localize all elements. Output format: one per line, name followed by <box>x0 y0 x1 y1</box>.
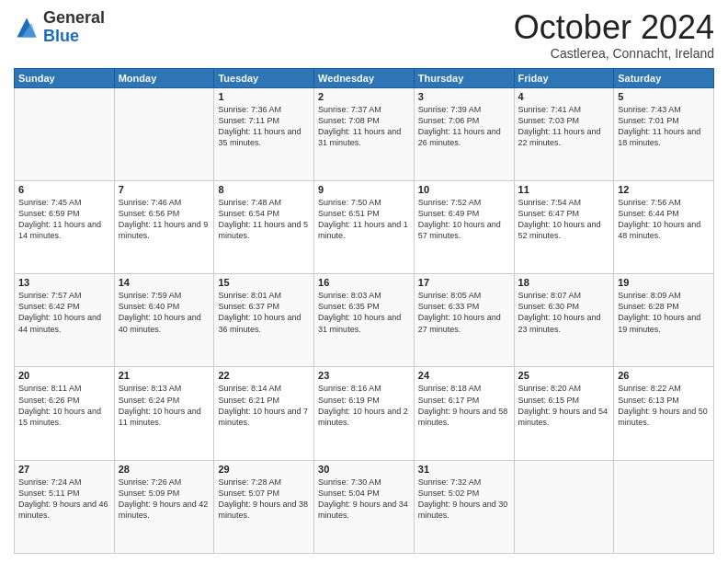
calendar-cell: 14Sunrise: 7:59 AMSunset: 6:40 PMDayligh… <box>114 274 214 367</box>
day-number: 21 <box>119 370 210 381</box>
day-info: Sunrise: 7:45 AMSunset: 6:59 PMDaylight:… <box>18 197 110 242</box>
day-number: 20 <box>18 370 110 381</box>
day-number: 22 <box>218 370 310 381</box>
day-number: 6 <box>18 184 110 195</box>
day-info: Sunrise: 8:05 AMSunset: 6:33 PMDaylight:… <box>418 290 510 335</box>
calendar-cell: 28Sunrise: 7:26 AMSunset: 5:09 PMDayligh… <box>114 460 214 553</box>
calendar-cell: 31Sunrise: 7:32 AMSunset: 5:02 PMDayligh… <box>414 460 514 553</box>
day-info: Sunrise: 7:37 AMSunset: 7:08 PMDaylight:… <box>318 104 410 149</box>
day-number: 29 <box>218 464 310 475</box>
calendar-cell: 6Sunrise: 7:45 AMSunset: 6:59 PMDaylight… <box>15 180 115 273</box>
calendar-cell: 13Sunrise: 7:57 AMSunset: 6:42 PMDayligh… <box>15 274 115 367</box>
day-info: Sunrise: 8:16 AMSunset: 6:19 PMDaylight:… <box>318 383 410 428</box>
day-info: Sunrise: 7:54 AMSunset: 6:47 PMDaylight:… <box>518 197 610 242</box>
day-info: Sunrise: 8:22 AMSunset: 6:13 PMDaylight:… <box>618 383 710 428</box>
week-row-2: 6Sunrise: 7:45 AMSunset: 6:59 PMDaylight… <box>15 180 714 273</box>
calendar-cell <box>15 87 115 180</box>
page: General Blue October 2024 Castlerea, Con… <box>0 0 728 563</box>
day-info: Sunrise: 7:36 AMSunset: 7:11 PMDaylight:… <box>218 104 310 149</box>
day-info: Sunrise: 8:13 AMSunset: 6:24 PMDaylight:… <box>119 383 210 428</box>
day-number: 11 <box>518 184 610 195</box>
day-number: 3 <box>418 91 510 102</box>
day-number: 1 <box>218 91 310 102</box>
day-info: Sunrise: 7:52 AMSunset: 6:49 PMDaylight:… <box>418 197 510 242</box>
day-number: 4 <box>518 91 610 102</box>
day-number: 8 <box>218 184 310 195</box>
day-info: Sunrise: 7:39 AMSunset: 7:06 PMDaylight:… <box>418 104 510 149</box>
weekday-header-friday: Friday <box>514 68 614 87</box>
logo-general: General <box>43 8 105 27</box>
day-number: 28 <box>119 464 210 475</box>
title-block: October 2024 Castlerea, Connacht, Irelan… <box>514 9 714 61</box>
subtitle: Castlerea, Connacht, Ireland <box>514 46 714 61</box>
day-number: 16 <box>318 277 410 288</box>
calendar-cell: 10Sunrise: 7:52 AMSunset: 6:49 PMDayligh… <box>414 180 514 273</box>
calendar-cell: 3Sunrise: 7:39 AMSunset: 7:06 PMDaylight… <box>414 87 514 180</box>
calendar-cell: 4Sunrise: 7:41 AMSunset: 7:03 PMDaylight… <box>514 87 614 180</box>
day-number: 13 <box>18 277 110 288</box>
day-info: Sunrise: 8:09 AMSunset: 6:28 PMDaylight:… <box>618 290 710 335</box>
day-number: 31 <box>418 464 510 475</box>
calendar-cell: 21Sunrise: 8:13 AMSunset: 6:24 PMDayligh… <box>114 367 214 460</box>
day-info: Sunrise: 8:07 AMSunset: 6:30 PMDaylight:… <box>518 290 610 335</box>
calendar-cell: 27Sunrise: 7:24 AMSunset: 5:11 PMDayligh… <box>15 460 115 553</box>
day-number: 23 <box>318 370 410 381</box>
calendar-cell: 25Sunrise: 8:20 AMSunset: 6:15 PMDayligh… <box>514 367 614 460</box>
calendar-cell: 19Sunrise: 8:09 AMSunset: 6:28 PMDayligh… <box>614 274 714 367</box>
day-info: Sunrise: 7:48 AMSunset: 6:54 PMDaylight:… <box>218 197 310 242</box>
day-info: Sunrise: 8:20 AMSunset: 6:15 PMDaylight:… <box>518 383 610 428</box>
day-info: Sunrise: 7:28 AMSunset: 5:07 PMDaylight:… <box>218 477 310 522</box>
day-info: Sunrise: 8:11 AMSunset: 6:26 PMDaylight:… <box>18 383 110 428</box>
day-number: 25 <box>518 370 610 381</box>
day-number: 18 <box>518 277 610 288</box>
day-number: 26 <box>618 370 710 381</box>
day-info: Sunrise: 7:59 AMSunset: 6:40 PMDaylight:… <box>119 290 210 335</box>
calendar-cell: 1Sunrise: 7:36 AMSunset: 7:11 PMDaylight… <box>214 87 314 180</box>
weekday-header-row: SundayMondayTuesdayWednesdayThursdayFrid… <box>15 68 714 87</box>
calendar-cell: 16Sunrise: 8:03 AMSunset: 6:35 PMDayligh… <box>314 274 415 367</box>
week-row-4: 20Sunrise: 8:11 AMSunset: 6:26 PMDayligh… <box>15 367 714 460</box>
day-info: Sunrise: 7:24 AMSunset: 5:11 PMDaylight:… <box>18 477 110 522</box>
month-title: October 2024 <box>514 9 714 46</box>
weekday-header-tuesday: Tuesday <box>214 68 314 87</box>
calendar-cell: 8Sunrise: 7:48 AMSunset: 6:54 PMDaylight… <box>214 180 314 273</box>
calendar-cell: 2Sunrise: 7:37 AMSunset: 7:08 PMDaylight… <box>314 87 415 180</box>
day-info: Sunrise: 7:57 AMSunset: 6:42 PMDaylight:… <box>18 290 110 335</box>
week-row-1: 1Sunrise: 7:36 AMSunset: 7:11 PMDaylight… <box>15 87 714 180</box>
day-info: Sunrise: 7:46 AMSunset: 6:56 PMDaylight:… <box>119 197 210 242</box>
day-number: 10 <box>418 184 510 195</box>
logo-icon <box>14 15 40 40</box>
calendar-cell: 18Sunrise: 8:07 AMSunset: 6:30 PMDayligh… <box>514 274 614 367</box>
logo-blue: Blue <box>43 27 79 45</box>
calendar-cell: 15Sunrise: 8:01 AMSunset: 6:37 PMDayligh… <box>214 274 314 367</box>
weekday-header-thursday: Thursday <box>414 68 514 87</box>
calendar-cell: 20Sunrise: 8:11 AMSunset: 6:26 PMDayligh… <box>15 367 115 460</box>
calendar-cell <box>114 87 214 180</box>
day-info: Sunrise: 7:26 AMSunset: 5:09 PMDaylight:… <box>119 477 210 522</box>
calendar-cell: 11Sunrise: 7:54 AMSunset: 6:47 PMDayligh… <box>514 180 614 273</box>
day-number: 19 <box>618 277 710 288</box>
day-number: 2 <box>318 91 410 102</box>
day-info: Sunrise: 8:01 AMSunset: 6:37 PMDaylight:… <box>218 290 310 335</box>
weekday-header-sunday: Sunday <box>15 68 115 87</box>
day-number: 12 <box>618 184 710 195</box>
calendar-table: SundayMondayTuesdayWednesdayThursdayFrid… <box>14 68 714 554</box>
week-row-5: 27Sunrise: 7:24 AMSunset: 5:11 PMDayligh… <box>15 460 714 553</box>
day-info: Sunrise: 7:41 AMSunset: 7:03 PMDaylight:… <box>518 104 610 149</box>
weekday-header-wednesday: Wednesday <box>314 68 415 87</box>
weekday-header-monday: Monday <box>114 68 214 87</box>
day-info: Sunrise: 7:56 AMSunset: 6:44 PMDaylight:… <box>618 197 710 242</box>
logo: General Blue <box>14 9 105 46</box>
day-number: 24 <box>418 370 510 381</box>
day-number: 27 <box>18 464 110 475</box>
calendar-cell: 5Sunrise: 7:43 AMSunset: 7:01 PMDaylight… <box>614 87 714 180</box>
calendar-cell: 26Sunrise: 8:22 AMSunset: 6:13 PMDayligh… <box>614 367 714 460</box>
day-info: Sunrise: 8:18 AMSunset: 6:17 PMDaylight:… <box>418 383 510 428</box>
calendar-cell: 9Sunrise: 7:50 AMSunset: 6:51 PMDaylight… <box>314 180 415 273</box>
calendar-cell <box>614 460 714 553</box>
day-info: Sunrise: 7:43 AMSunset: 7:01 PMDaylight:… <box>618 104 710 149</box>
day-number: 15 <box>218 277 310 288</box>
week-row-3: 13Sunrise: 7:57 AMSunset: 6:42 PMDayligh… <box>15 274 714 367</box>
calendar-cell <box>514 460 614 553</box>
day-info: Sunrise: 8:03 AMSunset: 6:35 PMDaylight:… <box>318 290 410 335</box>
